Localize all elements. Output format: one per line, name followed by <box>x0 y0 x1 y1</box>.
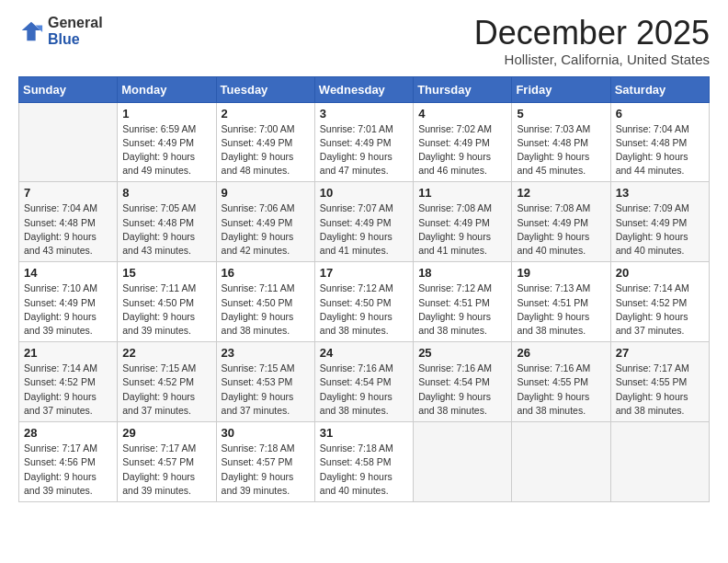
calendar-cell: 9Sunrise: 7:06 AM Sunset: 4:49 PM Daylig… <box>216 182 314 262</box>
calendar-header-row: SundayMondayTuesdayWednesdayThursdayFrid… <box>19 76 710 102</box>
day-info: Sunrise: 7:06 AM Sunset: 4:49 PM Dayligh… <box>222 201 310 258</box>
calendar-cell: 2Sunrise: 7:00 AM Sunset: 4:49 PM Daylig… <box>216 102 314 182</box>
weekday-header: Saturday <box>610 76 709 102</box>
calendar-cell: 3Sunrise: 7:01 AM Sunset: 4:49 PM Daylig… <box>314 102 413 182</box>
calendar-cell <box>414 422 512 502</box>
title-block: December 2025 Hollister, California, Uni… <box>474 15 710 67</box>
day-number: 5 <box>517 107 605 121</box>
day-number: 22 <box>122 346 210 360</box>
day-info: Sunrise: 7:15 AM Sunset: 4:53 PM Dayligh… <box>222 362 310 418</box>
calendar-cell <box>19 102 118 182</box>
weekday-header: Tuesday <box>216 76 314 102</box>
location-text: Hollister, California, United States <box>474 52 710 67</box>
day-number: 15 <box>122 266 210 280</box>
day-info: Sunrise: 7:15 AM Sunset: 4:52 PM Dayligh… <box>122 362 210 418</box>
weekday-header: Wednesday <box>314 76 413 102</box>
calendar-cell: 5Sunrise: 7:03 AM Sunset: 4:48 PM Daylig… <box>512 102 610 182</box>
day-number: 2 <box>222 107 310 121</box>
day-info: Sunrise: 7:12 AM Sunset: 4:50 PM Dayligh… <box>320 282 408 338</box>
calendar-cell: 17Sunrise: 7:12 AM Sunset: 4:50 PM Dayli… <box>314 262 413 342</box>
day-info: Sunrise: 7:04 AM Sunset: 4:48 PM Dayligh… <box>616 122 704 178</box>
weekday-header: Friday <box>512 76 610 102</box>
day-info: Sunrise: 7:04 AM Sunset: 4:48 PM Dayligh… <box>24 201 112 258</box>
calendar-cell: 6Sunrise: 7:04 AM Sunset: 4:48 PM Daylig… <box>610 102 709 182</box>
day-number: 8 <box>122 186 210 200</box>
day-info: Sunrise: 7:16 AM Sunset: 4:54 PM Dayligh… <box>320 362 408 418</box>
day-info: Sunrise: 7:00 AM Sunset: 4:49 PM Dayligh… <box>222 122 310 178</box>
calendar-cell: 22Sunrise: 7:15 AM Sunset: 4:52 PM Dayli… <box>118 342 216 422</box>
calendar-table: SundayMondayTuesdayWednesdayThursdayFrid… <box>18 76 710 502</box>
calendar-cell: 18Sunrise: 7:12 AM Sunset: 4:51 PM Dayli… <box>414 262 512 342</box>
calendar-cell: 29Sunrise: 7:17 AM Sunset: 4:57 PM Dayli… <box>118 422 216 502</box>
logo: General Blue <box>18 15 103 47</box>
calendar-cell: 24Sunrise: 7:16 AM Sunset: 4:54 PM Dayli… <box>314 342 413 422</box>
calendar-cell: 16Sunrise: 7:11 AM Sunset: 4:50 PM Dayli… <box>216 262 314 342</box>
day-number: 7 <box>24 186 112 200</box>
day-number: 14 <box>24 266 112 280</box>
day-number: 18 <box>418 266 506 280</box>
day-number: 12 <box>517 186 605 200</box>
calendar-cell: 30Sunrise: 7:18 AM Sunset: 4:57 PM Dayli… <box>216 422 314 502</box>
day-info: Sunrise: 7:14 AM Sunset: 4:52 PM Dayligh… <box>24 362 112 418</box>
day-number: 24 <box>320 346 408 360</box>
day-info: Sunrise: 7:17 AM Sunset: 4:56 PM Dayligh… <box>24 442 112 498</box>
day-number: 16 <box>222 266 310 280</box>
weekday-header: Monday <box>118 76 216 102</box>
day-info: Sunrise: 7:11 AM Sunset: 4:50 PM Dayligh… <box>222 282 310 338</box>
day-info: Sunrise: 7:12 AM Sunset: 4:51 PM Dayligh… <box>418 282 506 338</box>
calendar-cell: 31Sunrise: 7:18 AM Sunset: 4:58 PM Dayli… <box>314 422 413 502</box>
calendar-week-row: 21Sunrise: 7:14 AM Sunset: 4:52 PM Dayli… <box>19 342 710 422</box>
day-info: Sunrise: 7:11 AM Sunset: 4:50 PM Dayligh… <box>122 282 210 338</box>
calendar-week-row: 1Sunrise: 6:59 AM Sunset: 4:49 PM Daylig… <box>19 102 710 182</box>
day-info: Sunrise: 7:14 AM Sunset: 4:52 PM Dayligh… <box>616 282 704 338</box>
day-number: 28 <box>24 426 112 440</box>
day-number: 3 <box>320 107 408 121</box>
day-number: 25 <box>418 346 506 360</box>
month-title: December 2025 <box>474 15 710 52</box>
day-info: Sunrise: 7:16 AM Sunset: 4:55 PM Dayligh… <box>517 362 605 418</box>
day-number: 20 <box>616 266 704 280</box>
day-info: Sunrise: 6:59 AM Sunset: 4:49 PM Dayligh… <box>122 122 210 178</box>
day-number: 11 <box>418 186 506 200</box>
day-info: Sunrise: 7:07 AM Sunset: 4:49 PM Dayligh… <box>320 201 408 258</box>
day-info: Sunrise: 7:09 AM Sunset: 4:49 PM Dayligh… <box>616 201 704 258</box>
calendar-cell: 15Sunrise: 7:11 AM Sunset: 4:50 PM Dayli… <box>118 262 216 342</box>
day-info: Sunrise: 7:02 AM Sunset: 4:49 PM Dayligh… <box>418 122 506 178</box>
day-number: 26 <box>517 346 605 360</box>
calendar-week-row: 14Sunrise: 7:10 AM Sunset: 4:49 PM Dayli… <box>19 262 710 342</box>
day-number: 31 <box>320 426 408 440</box>
day-number: 29 <box>122 426 210 440</box>
day-info: Sunrise: 7:17 AM Sunset: 4:55 PM Dayligh… <box>616 362 704 418</box>
day-number: 10 <box>320 186 408 200</box>
day-number: 21 <box>24 346 112 360</box>
day-number: 19 <box>517 266 605 280</box>
day-number: 4 <box>418 107 506 121</box>
day-info: Sunrise: 7:01 AM Sunset: 4:49 PM Dayligh… <box>320 122 408 178</box>
calendar-cell <box>610 422 709 502</box>
day-number: 6 <box>616 107 704 121</box>
calendar-cell: 19Sunrise: 7:13 AM Sunset: 4:51 PM Dayli… <box>512 262 610 342</box>
calendar-cell: 28Sunrise: 7:17 AM Sunset: 4:56 PM Dayli… <box>19 422 118 502</box>
calendar-cell: 27Sunrise: 7:17 AM Sunset: 4:55 PM Dayli… <box>610 342 709 422</box>
calendar-cell: 20Sunrise: 7:14 AM Sunset: 4:52 PM Dayli… <box>610 262 709 342</box>
day-number: 13 <box>616 186 704 200</box>
day-info: Sunrise: 7:10 AM Sunset: 4:49 PM Dayligh… <box>24 282 112 338</box>
svg-marker-0 <box>22 21 41 40</box>
logo-icon <box>18 18 44 44</box>
calendar-cell: 8Sunrise: 7:05 AM Sunset: 4:48 PM Daylig… <box>118 182 216 262</box>
day-number: 27 <box>616 346 704 360</box>
calendar-cell: 12Sunrise: 7:08 AM Sunset: 4:49 PM Dayli… <box>512 182 610 262</box>
day-number: 23 <box>222 346 310 360</box>
weekday-header: Sunday <box>19 76 118 102</box>
calendar-cell <box>512 422 610 502</box>
calendar-cell: 13Sunrise: 7:09 AM Sunset: 4:49 PM Dayli… <box>610 182 709 262</box>
calendar-cell: 4Sunrise: 7:02 AM Sunset: 4:49 PM Daylig… <box>414 102 512 182</box>
logo-text: General Blue <box>48 15 103 47</box>
calendar-week-row: 28Sunrise: 7:17 AM Sunset: 4:56 PM Dayli… <box>19 422 710 502</box>
page-header: General Blue December 2025 Hollister, Ca… <box>18 15 710 67</box>
day-info: Sunrise: 7:13 AM Sunset: 4:51 PM Dayligh… <box>517 282 605 338</box>
calendar-cell: 23Sunrise: 7:15 AM Sunset: 4:53 PM Dayli… <box>216 342 314 422</box>
day-info: Sunrise: 7:08 AM Sunset: 4:49 PM Dayligh… <box>418 201 506 258</box>
weekday-header: Thursday <box>414 76 512 102</box>
calendar-cell: 25Sunrise: 7:16 AM Sunset: 4:54 PM Dayli… <box>414 342 512 422</box>
